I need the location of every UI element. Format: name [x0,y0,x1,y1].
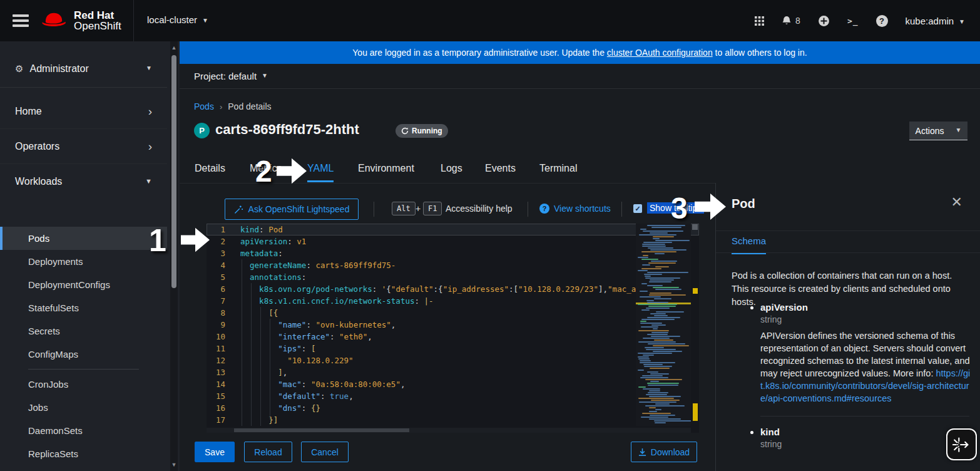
magic-wand-icon [234,205,243,214]
minimap-line [643,242,672,243]
close-icon[interactable]: ✕ [951,194,962,210]
cli-terminal-icon[interactable]: >_ [847,16,859,26]
perspective-switcher[interactable]: ⚙ Administrator ▼ [0,50,167,88]
minimap-line [647,272,688,273]
minimap-line [653,238,660,239]
sidebar-item-jobs[interactable]: Jobs [0,396,167,419]
tab-events[interactable]: Events [485,163,516,180]
editor-scrollbar[interactable] [691,224,699,433]
tab-schema[interactable]: Schema [732,236,766,254]
scrollbar-thumb[interactable] [234,428,409,432]
minimap-line [647,371,658,373]
minimap-line [650,232,668,234]
yaml-editor[interactable]: 1kind: Pod2apiVersion: v13metadata:4 gen… [207,224,699,433]
sidebar-item-operators[interactable]: Operators› [0,129,167,164]
editor-minimap[interactable] [636,224,691,426]
overview-ruler-mark [693,288,698,294]
code-line-12[interactable]: 12 "10.128.0.229" [207,355,699,366]
oauth-config-link[interactable]: cluster OAuth configuration [607,48,713,58]
code-line-3[interactable]: 3metadata: [207,247,699,259]
cancel-button[interactable]: Cancel [301,442,349,462]
tab-details[interactable]: Details [195,163,225,180]
code-line-4[interactable]: 4 generateName: carts-869ff9fd75- [207,259,699,271]
sidebar-item-secrets[interactable]: Secrets [0,319,167,343]
sidebar-item-pods[interactable]: Pods [0,227,167,250]
horizontal-scrollbar[interactable] [207,428,691,433]
show-tooltips-checkbox[interactable]: ✓ [633,204,642,213]
minimap-line [639,234,676,236]
code-line-11[interactable]: 11 "ips": [ [207,343,699,355]
code-line-15[interactable]: 15 "default": true, [207,390,699,402]
code-line-7[interactable]: 7 k8s.v1.cni.cncf.io/network-status: |- [207,295,699,307]
cluster-selector[interactable]: local-cluster▼ [147,14,208,25]
overview-ruler-mark [693,403,698,421]
scrollbar-thumb[interactable] [171,55,176,288]
tab-environment[interactable]: Environment [358,163,414,180]
scroll-down-icon[interactable]: ▼ [171,462,177,468]
banner-text-before: You are logged in as a temporary adminis… [352,48,607,58]
minimap-line [642,244,665,245]
save-button[interactable]: Save [195,442,235,462]
sidebar-item-workloads[interactable]: Workloads▼ [0,164,167,199]
help-icon[interactable]: ? [876,15,888,27]
project-selector[interactable]: Project: default▼ [180,64,980,89]
bullet-icon [750,306,753,309]
breadcrumb-pods-link[interactable]: Pods [194,101,214,111]
line-number: 10 [207,331,225,343]
sidebar-item-statefulsets[interactable]: StatefulSets [0,296,167,319]
sidebar-item-configmaps[interactable]: ConfigMaps [0,343,167,366]
minimap-line [651,400,680,401]
tab-yaml[interactable]: YAML [307,163,334,182]
code-line-6[interactable]: 6 k8s.ovn.org/pod-networks: '{"default":… [207,283,699,295]
lightspeed-button[interactable]: Ask OpenShift Lightspeed [225,199,359,220]
code-line-9[interactable]: 9 "name": "ovn-kubernetes", [207,319,699,331]
actions-dropdown[interactable]: Actions▼ [909,122,967,140]
chevron-down-icon: ▼ [262,72,268,79]
download-button[interactable]: Download [631,442,697,462]
code-line-8[interactable]: 8 [{ [207,307,699,319]
tab-logs[interactable]: Logs [441,163,462,180]
line-number: 1 [207,224,225,236]
code-line-14[interactable]: 14 "mac": "0a:58:0a:80:00:e5", [207,378,699,390]
reload-button[interactable]: Reload [244,442,292,462]
app-launcher-icon[interactable] [755,16,764,26]
step-3-number: 3 [671,191,688,225]
sidebar-item-deployments[interactable]: Deployments [0,250,167,273]
chevron-down-icon: ▼ [956,127,962,133]
line-number: 11 [207,343,225,355]
code-line-2[interactable]: 2apiVersion: v1 [207,236,699,247]
scroll-up-icon[interactable]: ▲ [171,44,177,51]
minimap-line [643,230,684,232]
view-shortcuts-link[interactable]: ? View shortcuts [539,204,611,214]
more-info-link[interactable]: https://git.k8s.io/community/contributor… [760,368,970,403]
minimap-line [640,229,647,230]
chevron-down-icon: ▼ [145,177,152,185]
code-line-13[interactable]: 13 ], [207,366,699,378]
sidebar-item-home[interactable]: Home› [0,94,167,129]
code-line-17[interactable]: 17 }] [207,414,699,426]
toolbar-divider [528,202,528,217]
step-2-arrow-icon [277,157,307,185]
add-plus-icon[interactable] [818,15,830,27]
scrollbar-thumb[interactable] [692,224,698,230]
tab-terminal[interactable]: Terminal [539,163,577,180]
sidebar-scrollbar[interactable]: ▲ ▼ [170,41,178,471]
code-line-10[interactable]: 10 "interface": "eth0", [207,331,699,343]
minimap-line [654,315,668,316]
notifications-bell-icon[interactable]: 8 [782,16,800,26]
minimap-line [655,253,665,254]
sidebar-item-deploymentconfigs[interactable]: DeploymentConfigs [0,273,167,296]
user-menu[interactable]: kube:admin▼ [906,16,965,26]
page-title: carts-869ff9fd75-2htht [215,122,359,138]
nav-toggle-icon[interactable] [13,14,29,27]
code-area[interactable]: 1kind: Pod2apiVersion: v13metadata:4 gen… [207,224,699,426]
code-line-5[interactable]: 5 annotations: [207,271,699,283]
sidebar-item-replicationcontrollers[interactable]: ReplicationControllers [0,465,167,471]
sidebar-item-cronjobs[interactable]: CronJobs [0,373,167,396]
code-line-1[interactable]: 1kind: Pod [207,224,699,236]
sidebar-item-daemonsets[interactable]: DaemonSets [0,419,167,442]
minimap-line [644,366,671,367]
minimap-line [639,401,676,403]
sidebar-item-replicasets[interactable]: ReplicaSets [0,442,167,465]
code-line-16[interactable]: 16 "dns": {} [207,402,699,414]
